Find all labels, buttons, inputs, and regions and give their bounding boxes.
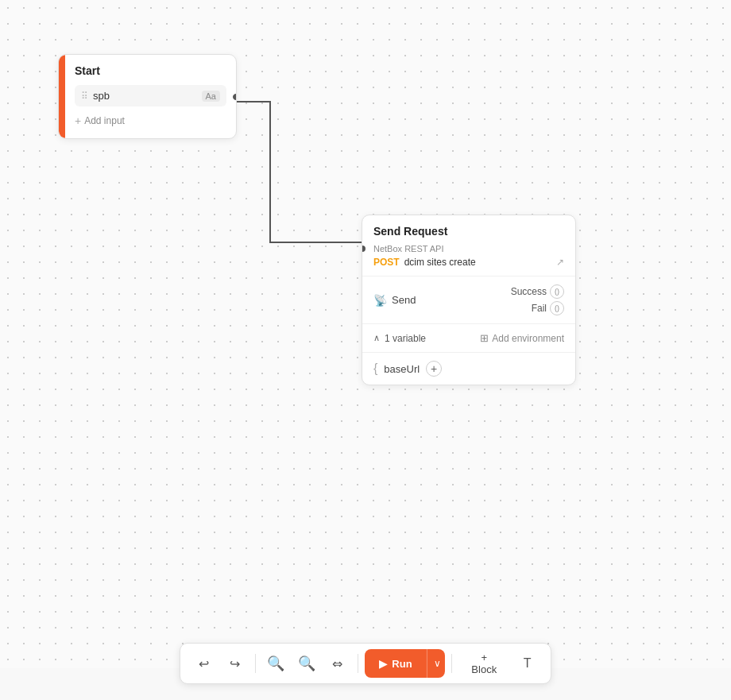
add-input-button[interactable]: + Add input <box>75 113 226 129</box>
zoom-in-button[interactable]: 🔍 <box>293 649 321 678</box>
add-variable-button[interactable]: + <box>426 361 442 377</box>
send-row: 📡 Send Success () Fail () <box>373 284 564 315</box>
run-button-group: ▶ Run ∨ <box>365 649 444 678</box>
node-header: Send Request NetBox REST API POST dcim s… <box>362 215 575 277</box>
send-text: Send <box>392 294 416 306</box>
plus-icon: + <box>75 114 81 127</box>
node-title: Send Request <box>373 225 564 238</box>
zoom-in-icon: 🔍 <box>298 655 315 672</box>
undo-icon: ↩ <box>199 656 209 671</box>
api-endpoint: dcim sites create <box>404 257 556 268</box>
start-node-title: Start <box>75 64 226 77</box>
chevron-up-icon: ∧ <box>373 333 380 343</box>
fit-icon: ⇔ <box>332 656 342 671</box>
add-environment-label: Add environment <box>492 333 564 344</box>
fail-output-port[interactable]: () <box>550 301 564 315</box>
run-dropdown-button[interactable]: ∨ <box>427 649 445 678</box>
fit-view-button[interactable]: ⇔ <box>323 649 351 678</box>
send-wave-icon: 📡 <box>373 294 387 307</box>
variable-name: baseUrl <box>384 363 420 375</box>
zoom-out-icon: 🔍 <box>267 655 284 672</box>
toolbar: ↩ ↪ 🔍 🔍 ⇔ ▶ Run ∨ + Block T <box>180 643 551 684</box>
send-label: 📡 Send <box>373 294 416 307</box>
environment-icon: ⊞ <box>480 332 489 344</box>
zoom-out-button[interactable]: 🔍 <box>262 649 290 678</box>
input-label: spb <box>93 90 202 102</box>
output-badges: Success () Fail () <box>511 284 564 315</box>
add-input-label: Add input <box>84 115 125 126</box>
variables-row[interactable]: ∧ 1 variable <box>373 333 426 344</box>
api-source: NetBox REST API <box>373 244 564 253</box>
variable-row: { baseUrl + <box>362 353 575 385</box>
redo-button[interactable]: ↪ <box>221 649 249 678</box>
success-label: Success <box>511 286 547 297</box>
text-tool-button[interactable]: T <box>513 649 541 678</box>
success-badge-row: Success () <box>511 284 564 299</box>
run-button[interactable]: ▶ Run <box>365 649 426 678</box>
start-node: Start ⠿ spb Aa + Add input <box>58 54 237 139</box>
variables-count: 1 variable <box>385 333 426 344</box>
chevron-down-icon: ∨ <box>434 658 441 669</box>
add-block-label: + Block <box>467 652 501 675</box>
toolbar-divider-1 <box>255 654 256 673</box>
node-footer: ∧ 1 variable ⊞ Add environment <box>362 324 575 353</box>
redo-icon: ↪ <box>230 656 240 671</box>
start-node-accent <box>59 55 65 138</box>
input-type-badge: Aa <box>202 91 220 102</box>
open-brace-icon: { <box>373 362 377 376</box>
send-request-node: Send Request NetBox REST API POST dcim s… <box>362 215 576 385</box>
run-label: Run <box>392 658 412 670</box>
undo-button[interactable]: ↩ <box>190 649 218 678</box>
start-node-input-item[interactable]: ⠿ spb Aa <box>75 85 226 106</box>
fail-label: Fail <box>532 303 547 314</box>
play-icon: ▶ <box>379 658 387 670</box>
drag-handle-icon: ⠿ <box>81 91 88 102</box>
http-method-badge: POST <box>373 257 400 268</box>
toolbar-divider-3 <box>451 654 451 673</box>
external-link-icon[interactable]: ↗ <box>556 257 564 268</box>
text-tool-icon: T <box>524 656 532 671</box>
api-method-row: POST dcim sites create ↗ <box>373 257 564 268</box>
send-row-section: 📡 Send Success () Fail () <box>362 277 575 324</box>
success-output-port[interactable]: () <box>550 284 564 299</box>
start-node-output-port[interactable] <box>231 92 237 102</box>
fail-badge-row: Fail () <box>532 301 564 315</box>
add-environment-button[interactable]: ⊞ Add environment <box>480 332 564 344</box>
toolbar-divider-2 <box>358 654 358 673</box>
add-block-button[interactable]: + Block <box>458 645 510 682</box>
